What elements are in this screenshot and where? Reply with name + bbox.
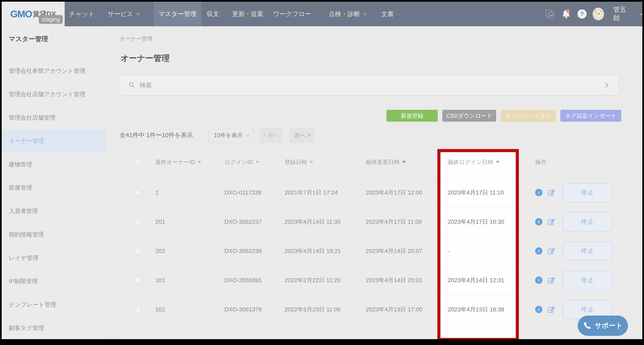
edit-icon[interactable] xyxy=(548,218,555,226)
sort-desc-icon xyxy=(496,161,500,163)
nav-item-services[interactable]: サービス xyxy=(108,2,139,26)
support-button[interactable]: サポート xyxy=(578,315,628,336)
sidebar-item-tenant-mgmt[interactable]: 入居者管理 xyxy=(2,200,105,223)
prev-page-button[interactable]: < 前へ xyxy=(260,128,283,143)
edit-icon[interactable] xyxy=(548,276,555,284)
chevron-down-icon xyxy=(363,11,367,16)
search-bar[interactable] xyxy=(120,75,618,95)
row-checkbox[interactable] xyxy=(134,277,141,283)
table-row: 101 DXO-3559391 2022年2月22日 11:20 2023年4月… xyxy=(120,266,618,295)
search-input[interactable] xyxy=(139,82,603,89)
sidebar-item-template-mgmt[interactable]: テンプレート管理 xyxy=(2,293,105,316)
nav-utility-area: ? 管五郎 xyxy=(545,2,642,26)
csv-download-button[interactable]: CSVダウンロード xyxy=(442,110,496,122)
breadcrumb[interactable]: オーナー管理 xyxy=(120,35,152,42)
stop-button[interactable]: 停止 xyxy=(563,271,612,290)
info-icon[interactable]: i xyxy=(535,306,542,313)
sidebar-item-hq-account[interactable]: 管理会社本部アカウント管理 xyxy=(2,59,105,83)
sidebar-item-store-mgmt[interactable]: 管理会社店舗管理 xyxy=(2,106,105,129)
tag-import-button[interactable]: タグ設定インポート xyxy=(560,110,621,122)
register-button[interactable]: 新規登録 xyxy=(386,110,438,122)
phone-icon xyxy=(583,322,591,330)
divider xyxy=(2,48,105,48)
sidebar-item-ip-restriction[interactable]: IP制限管理 xyxy=(2,270,105,293)
nav-item-documents[interactable]: 文書 xyxy=(381,2,394,26)
row-checkbox[interactable] xyxy=(134,306,141,313)
search-icon xyxy=(128,81,136,89)
table-header-row: 基幹オーナーID ログインID 登録日時 最終更新日時 最終ログイン日時 操作 xyxy=(120,146,618,178)
next-page-button[interactable]: 次へ > xyxy=(290,128,315,143)
row-checkbox[interactable] xyxy=(134,189,141,196)
temp-password-button[interactable]: 仮パスワード送信 xyxy=(501,110,556,122)
sidebar-item-customer-tag[interactable]: 顧客タグ管理 xyxy=(2,316,105,339)
help-icon[interactable]: ? xyxy=(578,10,587,19)
info-icon[interactable]: i xyxy=(535,218,542,225)
multi-device-check-icon[interactable] xyxy=(545,9,555,19)
stop-button[interactable]: 停止 xyxy=(563,183,612,202)
column-header-login-id[interactable]: ログインID xyxy=(224,158,284,166)
chevron-down-icon xyxy=(246,133,250,137)
table-row: 201 DXO-3562237 2023年4月14日 11:35 2023年4月… xyxy=(120,207,618,236)
info-icon[interactable]: i xyxy=(535,276,542,284)
info-icon[interactable]: i xyxy=(535,247,542,255)
edit-icon[interactable] xyxy=(548,306,555,313)
sidebar: マスター管理 管理会社本部アカウント管理 管理会社店舗アカウント管理 管理会社店… xyxy=(2,26,105,339)
user-name[interactable]: 管五郎 xyxy=(613,5,631,23)
env-staging-badge: staging xyxy=(39,15,63,24)
row-checkbox[interactable] xyxy=(134,248,141,254)
app-page: GMO 賃貸DX staging チャット サービス マスター管理 収支 更新・… xyxy=(2,2,642,339)
nav-item-chat[interactable]: チャット xyxy=(69,2,95,26)
column-header-registered[interactable]: 登録日時 xyxy=(284,158,366,166)
sidebar-item-building-mgmt[interactable]: 建物管理 xyxy=(2,153,105,176)
edit-icon[interactable] xyxy=(548,189,555,196)
select-all-checkbox[interactable] xyxy=(134,159,141,165)
stop-button[interactable]: 停止 xyxy=(563,212,612,231)
owners-table-card: 基幹オーナーID ログインID 登録日時 最終更新日時 最終ログイン日時 操作 … xyxy=(120,146,618,339)
sort-desc-icon xyxy=(198,161,201,163)
top-nav-bar: GMO 賃貸DX staging チャット サービス マスター管理 収支 更新・… xyxy=(2,2,642,26)
result-count-summary: 全41件中 1件〜10件を表示 xyxy=(120,131,193,139)
nav-item-inspection[interactable]: 点検・診断 xyxy=(329,2,366,26)
table-row: 202 DXO-3562238 2023年4月14日 19:21 2023年4月… xyxy=(120,236,618,266)
column-header-last-login[interactable]: 最終ログイン日時 xyxy=(448,158,533,166)
sidebar-item-layer-mgmt[interactable]: レイヤ管理 xyxy=(2,246,105,270)
nav-item-balance[interactable]: 収支 xyxy=(207,2,219,26)
logo-brand: GMO xyxy=(10,8,32,20)
table-row: 102 DXO-3561378 2022年5月23日 11:06 2023年4月… xyxy=(120,295,618,324)
avatar[interactable] xyxy=(592,8,604,21)
row-checkbox[interactable] xyxy=(134,218,141,225)
search-submit-chevron-icon[interactable] xyxy=(603,82,610,89)
sort-desc-icon xyxy=(256,161,260,163)
nav-item-workflow[interactable]: ワークフロー xyxy=(273,2,311,26)
sidebar-item-contract-mgmt[interactable]: 契約情報管理 xyxy=(2,223,105,246)
sidebar-item-owner-mgmt[interactable]: オーナー管理 xyxy=(2,129,105,153)
nav-item-renewal-proposal[interactable]: 更新・提案 xyxy=(232,2,264,26)
sidebar-item-store-account[interactable]: 管理会社店舗アカウント管理 xyxy=(2,83,105,106)
chevron-down-icon xyxy=(136,11,140,16)
table-row: 1 DXO-0117339 2021年7月1日 17:24 2023年4月17日… xyxy=(120,178,618,207)
stop-button[interactable]: 停止 xyxy=(563,241,612,260)
column-header-owner-id[interactable]: 基幹オーナーID xyxy=(155,158,224,166)
page-title: オーナー管理 xyxy=(120,53,170,64)
sidebar-title: マスター管理 xyxy=(9,35,48,44)
info-icon[interactable]: i xyxy=(535,189,542,196)
column-header-updated[interactable]: 最終更新日時 xyxy=(366,158,448,166)
edit-icon[interactable] xyxy=(548,247,555,255)
per-page-select[interactable]: 10件を表示 xyxy=(208,128,254,143)
sort-desc-active-icon xyxy=(402,161,406,163)
user-menu-chevron-icon[interactable] xyxy=(640,12,642,16)
nav-item-master-management[interactable]: マスター管理 xyxy=(154,2,201,26)
column-header-actions: 操作 xyxy=(533,158,618,166)
screenshot-frame: GMO 賃貸DX staging チャット サービス マスター管理 収支 更新・… xyxy=(0,0,644,345)
sort-desc-icon xyxy=(310,161,313,163)
notification-bell-icon[interactable] xyxy=(561,9,572,20)
table-row-partial xyxy=(120,324,618,339)
sidebar-item-room-mgmt[interactable]: 部屋管理 xyxy=(2,176,105,200)
